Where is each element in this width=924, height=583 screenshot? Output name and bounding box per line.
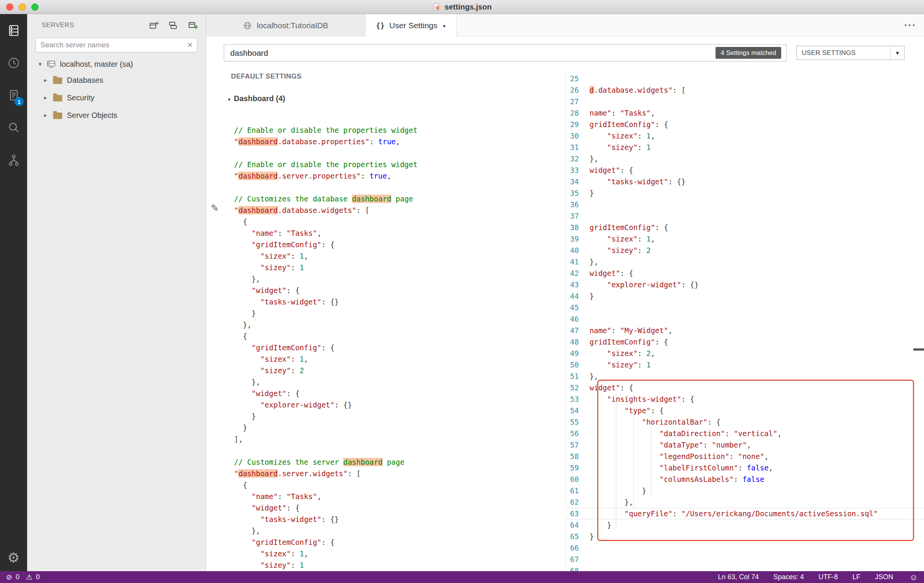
server-search-input[interactable] <box>36 38 197 52</box>
code-line[interactable]: }, <box>206 376 566 388</box>
code-line[interactable]: "widget": { <box>206 502 566 514</box>
code-line[interactable]: 54 "type": { <box>566 405 924 416</box>
zoom-window-button[interactable] <box>31 3 38 11</box>
code-line[interactable]: "tasks-widget": {} <box>206 514 566 525</box>
code-line[interactable]: // Customizes the database dashboard pag… <box>206 193 566 204</box>
code-line[interactable]: // Customizes the server dashboard page <box>206 456 566 468</box>
tree-item-security[interactable]: ▸Security <box>27 89 206 107</box>
code-line[interactable]: 63 "queryFile": "/Users/erickang/Documen… <box>566 508 924 519</box>
status-encoding[interactable]: UTF-8 <box>818 573 838 581</box>
settings-scope-dropdown[interactable]: USER SETTINGS ▼ <box>797 46 904 60</box>
code-line[interactable]: 68 <box>566 565 924 571</box>
code-line[interactable]: "dashboard.server.properties": true, <box>206 170 566 182</box>
code-line[interactable] <box>206 182 566 193</box>
code-line[interactable]: } <box>206 422 566 433</box>
feedback-smiley-icon[interactable]: ☺ <box>909 572 918 582</box>
code-line[interactable]: 53 "insights-widget": { <box>566 394 924 405</box>
code-line[interactable]: 67 <box>566 553 924 565</box>
code-line[interactable]: 31 "sizey": 1 <box>566 142 924 153</box>
code-line[interactable]: "sizey": 1 <box>206 559 566 571</box>
code-line[interactable]: 56 "dataDirection": "vertical", <box>566 428 924 439</box>
code-line[interactable]: 61 } <box>566 485 924 496</box>
code-line[interactable]: 41}, <box>566 256 924 267</box>
code-line[interactable]: 64 } <box>566 519 924 531</box>
code-line[interactable] <box>206 445 566 456</box>
settings-search-input[interactable] <box>224 44 787 61</box>
code-line[interactable]: 48gridItemConfig": { <box>566 336 924 347</box>
code-line[interactable]: 30 "sizex": 1, <box>566 130 924 142</box>
code-line[interactable]: 59 "labelFirstColumn": false, <box>566 462 924 474</box>
code-line[interactable]: "tasks-widget": {} <box>206 296 566 308</box>
code-line[interactable]: 25 <box>566 73 924 84</box>
activity-servers[interactable] <box>0 14 27 46</box>
code-line[interactable]: { <box>206 330 566 342</box>
code-line[interactable]: } <box>206 308 566 319</box>
code-line[interactable]: "dashboard.database.widgets": [ <box>206 204 566 216</box>
tab-localhost-tutorialdb[interactable]: localhost:TutorialDB <box>206 14 365 36</box>
code-line[interactable]: // Enable or disable the properties widg… <box>206 124 566 136</box>
code-line[interactable]: 44} <box>566 290 924 302</box>
gear-icon[interactable]: ⚙ <box>0 550 27 566</box>
code-line[interactable]: ], <box>206 433 566 445</box>
code-line[interactable]: "name": "Tasks", <box>206 491 566 502</box>
code-line[interactable]: "name": "Tasks", <box>206 227 566 239</box>
minimize-window-button[interactable] <box>19 3 26 11</box>
code-line[interactable]: 47name": "My-Widget", <box>566 325 924 336</box>
code-line[interactable]: { <box>206 216 566 227</box>
code-line[interactable]: }, <box>206 273 566 285</box>
code-line[interactable]: } <box>206 410 566 422</box>
scrollbar-marker[interactable] <box>913 348 924 351</box>
code-line[interactable]: "explorer-widget": {} <box>206 399 566 410</box>
code-line[interactable]: "sizex": 1, <box>206 250 566 262</box>
code-line[interactable]: "dashboard.database.properties": true, <box>206 136 566 147</box>
code-line[interactable]: 58 "legendPosition": "none", <box>566 451 924 462</box>
code-line[interactable]: { <box>206 479 566 491</box>
close-window-button[interactable] <box>6 3 13 11</box>
code-line[interactable]: 39 "sizex": 1, <box>566 233 924 245</box>
tree-item-server-objects[interactable]: ▸Server Objects <box>27 107 206 124</box>
tree-item-databases[interactable]: ▸Databases <box>27 71 206 89</box>
code-line[interactable]: 62 }, <box>566 496 924 508</box>
status-eol[interactable]: LF <box>853 573 861 581</box>
code-line[interactable]: 51}, <box>566 371 924 382</box>
code-line[interactable]: 45 <box>566 302 924 313</box>
active-connections-icon[interactable] <box>188 20 198 31</box>
code-line[interactable]: // Enable or disable the properties widg… <box>206 159 566 170</box>
code-line[interactable]: "sizey": 1 <box>206 262 566 273</box>
status-cursor-position[interactable]: Ln 63, Col 74 <box>718 573 759 581</box>
code-line[interactable]: "dashboard.server.widgets": [ <box>206 468 566 479</box>
problems-status[interactable]: ⊘ 0 ⚠ 0 <box>6 573 40 581</box>
code-line[interactable]: "widget": { <box>206 388 566 399</box>
code-line[interactable]: 52widget": { <box>566 382 924 394</box>
code-line[interactable]: 43 "explorer-widget": {} <box>566 279 924 290</box>
code-line[interactable]: 33widget": { <box>566 165 924 176</box>
code-line[interactable]: "sizex": 1, <box>206 353 566 365</box>
code-line[interactable]: 57 "dataType": "number", <box>566 439 924 451</box>
code-line[interactable]: }, <box>206 525 566 537</box>
status-indentation[interactable]: Spaces: 4 <box>773 573 804 581</box>
tab-user-settings[interactable]: {}User Settings● <box>365 14 457 37</box>
activity-running-tasks[interactable]: 1 <box>0 79 27 111</box>
code-line[interactable]: "sizey": 2 <box>206 365 566 376</box>
code-line[interactable]: 34 "tasks-widget": {} <box>566 176 924 187</box>
code-line[interactable]: "widget": { <box>206 285 566 296</box>
code-line[interactable]: 40 "sizey": 2 <box>566 245 924 256</box>
code-line[interactable]: 50 "sizey": 1 <box>566 359 924 371</box>
code-line[interactable]: 46 <box>566 313 924 325</box>
code-line[interactable]: 37 <box>566 210 924 222</box>
code-line[interactable]: 26d.database.widgets": [ <box>566 84 924 96</box>
code-line[interactable]: 55 "horizontalBar": { <box>566 416 924 428</box>
tree-item-localhost[interactable]: ▾ localhost, master (sa) <box>27 57 206 71</box>
code-line[interactable]: 49 "sizex": 2, <box>566 347 924 359</box>
code-line[interactable]: 60 "columnsAsLabels": false <box>566 474 924 485</box>
code-line[interactable]: 35} <box>566 187 924 199</box>
code-line[interactable]: 42widget": { <box>566 267 924 279</box>
status-language-mode[interactable]: JSON <box>875 573 893 581</box>
code-line[interactable]: 66 <box>566 542 924 553</box>
new-connection-icon[interactable] <box>149 20 159 31</box>
code-line[interactable]: 38gridItemConfig": { <box>566 222 924 233</box>
code-line[interactable]: "gridItemConfig": { <box>206 537 566 548</box>
clear-search-icon[interactable]: ✕ <box>187 41 193 49</box>
code-line[interactable]: 65} <box>566 531 924 542</box>
new-server-group-icon[interactable] <box>168 20 179 31</box>
